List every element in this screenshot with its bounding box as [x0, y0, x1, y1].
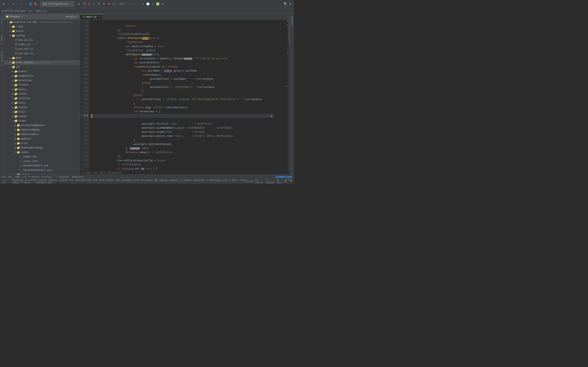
- minimap[interactable]: ▲ ▲ ▲ ▲: [274, 20, 290, 171]
- event-log-button[interactable]: 1 Event Log: [275, 176, 292, 178]
- tree-item-error[interactable]: ▶ 📁 error: [4, 141, 79, 146]
- coverage-icon[interactable]: ☂: [92, 2, 96, 6]
- tree-item-sitenv[interactable]: JS sit.env.js: [4, 51, 79, 56]
- stop-icon[interactable]: ■: [107, 2, 111, 6]
- tree-item-feedingstrategy[interactable]: ▶ 📁 feedingStrategy: [4, 146, 79, 150]
- tree-item-store[interactable]: ▶ 📁 store: [4, 101, 79, 105]
- settings-icon[interactable]: ⚙: [288, 2, 292, 6]
- gear-icon[interactable]: ⚙: [73, 15, 75, 18]
- tree-item-styles[interactable]: ▶ 📁 styles: [4, 105, 79, 110]
- add-config-button[interactable]: Add Configuration...: [40, 1, 74, 7]
- tree-item-root[interactable]: ▼ 📁 platform-vue-web ~/GitCode/animal-pl…: [4, 20, 79, 25]
- tree-item-assets[interactable]: ▶ 📁 assets: [4, 69, 79, 74]
- toolbar: ⊞ ↓ ↻ ← → 👤 🔖 Add Configuration... ▶ 🔨 🐞…: [0, 0, 294, 8]
- user-icon[interactable]: 👤: [28, 2, 33, 6]
- tree-item-src[interactable]: ▼ 📁 src: [4, 65, 79, 69]
- config-label: config: [16, 34, 25, 37]
- tree-item-build[interactable]: ▶ 📁 build: [4, 29, 79, 33]
- todo-tab[interactable]: TODO: [15, 176, 20, 178]
- bookmark-icon[interactable]: 🔖: [33, 2, 37, 6]
- git-arrow-up-icon[interactable]: ↑: [136, 2, 140, 6]
- git-block-icon[interactable]: ⊘: [161, 2, 165, 6]
- git-status: ↓ 9: Git: [2, 179, 11, 184]
- tree-item-proenv[interactable]: JS pro.env.js: [4, 47, 79, 51]
- tree-item-dist[interactable]: ▶ 📁 dist: [4, 56, 79, 60]
- tree-item-config[interactable]: ▼ 📁 config: [4, 33, 79, 38]
- arrow-icon: ▼: [11, 119, 14, 122]
- tree-item-adoptionapply[interactable]: ▶ 📁 adoptionApply: [4, 128, 79, 132]
- git-ok-icon[interactable]: ✅: [156, 2, 160, 6]
- sitenv-label: sit.env.js: [18, 52, 33, 55]
- git-check-icon[interactable]: ✓: [126, 2, 130, 6]
- tree-item-devenv[interactable]: JS dev.env.js: [4, 38, 79, 42]
- collapse-icon[interactable]: ⊟: [68, 15, 70, 18]
- tree-item-directive[interactable]: ▶ 📁 directive: [4, 78, 79, 83]
- expand-icon[interactable]: ⊞: [71, 15, 73, 18]
- arrow-icon: ▶: [14, 146, 17, 149]
- breadcrumb-file[interactable]: main.js: [36, 9, 46, 12]
- toolbar-icon-1[interactable]: ⊞: [2, 2, 6, 6]
- git-tab[interactable]: ⑨ 9: Git: [2, 175, 12, 178]
- close-panel-icon[interactable]: ×: [76, 15, 78, 18]
- tree-item-utils[interactable]: ▶ 📁 utils: [4, 110, 79, 114]
- tab-close-icon[interactable]: ×: [99, 16, 100, 18]
- database-tab[interactable]: Database: [291, 15, 294, 26]
- project-dropdown-icon[interactable]: ▼: [21, 16, 23, 18]
- code-lines[interactable]: return; }); //在完成页面加载的时候调用 router.afterE…: [90, 20, 274, 171]
- run-icon[interactable]: ▶: [77, 2, 81, 6]
- toolbar-icon-3[interactable]: ↻: [11, 2, 16, 6]
- tree-item-index[interactable]: ▼ 📁 index: [4, 150, 79, 155]
- scrollbar-thumb[interactable]: [288, 20, 290, 44]
- toolbar-icon-2[interactable]: ↓: [7, 2, 11, 6]
- profile-icon[interactable]: ⏱: [97, 2, 101, 6]
- problems-tab[interactable]: ⚠ 6: Problems: [23, 175, 39, 178]
- tree-item-vendor[interactable]: ▶ 📁 vendor: [4, 114, 79, 119]
- git-history-icon[interactable]: 🕐: [146, 2, 150, 6]
- tree-item-idea[interactable]: ▶ 📁 .idea: [4, 25, 79, 29]
- forward-icon[interactable]: →: [24, 2, 27, 6]
- tree-item-components[interactable]: ▶ 📁 components: [4, 74, 79, 78]
- tree-item-accountingrecord[interactable]: ▶ 📁 accountingRecord: [4, 123, 79, 128]
- build-icon[interactable]: 🔨: [82, 2, 86, 6]
- tree-item-mixin[interactable]: ▶ 📁 mixin: [4, 87, 79, 92]
- tree-item-layout[interactable]: ▶ 📁 layout: [4, 173, 79, 175]
- code-editor[interactable]: 91 92 93 94 95 96 97 98 99 100 101 102 1…: [80, 20, 290, 171]
- tree-item-adoptiondata[interactable]: ▶ 📁 adoptionData: [4, 132, 79, 137]
- sidebar-favorites-tab[interactable]: 2: Favorites: [0, 50, 3, 67]
- ln-92: 92: [80, 24, 88, 28]
- tree-item-indexvue[interactable]: V index.vue: [4, 155, 79, 159]
- pause-icon[interactable]: ⏸: [112, 2, 116, 6]
- git-undo-icon[interactable]: ↩: [151, 2, 155, 6]
- git-check2-icon[interactable]: ✓: [131, 2, 135, 6]
- sidebar-project-tab[interactable]: 1: Project: [0, 15, 3, 29]
- arrow-icon: ▶: [11, 75, 14, 77]
- sidebar-commit-tab[interactable]: 0: Commit: [0, 33, 3, 46]
- back-icon[interactable]: ←: [18, 2, 23, 6]
- tab-mainjs[interactable]: JS main.js ×: [80, 14, 103, 19]
- tree-item-appuser[interactable]: ▶ 📁 appUser: [4, 137, 79, 141]
- tree-item-filters[interactable]: ▶ 📁 filters: [4, 83, 79, 87]
- tree-item-style[interactable]: S style.scss: [4, 159, 79, 164]
- breadcrumb-src[interactable]: src: [28, 9, 33, 12]
- folder-icon: 📁: [17, 146, 20, 150]
- terminal-tab[interactable]: ⬛ Terminal: [55, 175, 69, 178]
- endpoints-tab[interactable]: Endpoints: [72, 176, 84, 178]
- git-merge-icon[interactable]: ⇅: [141, 2, 145, 6]
- tree-item-router[interactable]: ▶ 📁 router: [4, 92, 79, 96]
- profiler-tab[interactable]: Profiler: [42, 176, 53, 178]
- breadcrumb-root[interactable]: platform-vue-web: [2, 9, 25, 12]
- scrollbar[interactable]: [288, 20, 290, 171]
- arrow-icon: ▶: [9, 30, 12, 33]
- tree-item-userrolechart[interactable]: V UserRoleChart.vue: [4, 164, 79, 168]
- tree-item-services[interactable]: ▶ 📁 services: [4, 96, 79, 101]
- tree-item-nodemodules[interactable]: ▶ 📁 node_modules library root: [4, 60, 79, 65]
- search-icon[interactable]: 🔍: [283, 2, 287, 6]
- tree-item-indexjs[interactable]: JS index.js: [4, 42, 79, 47]
- more-run-icon[interactable]: ▼: [102, 2, 106, 6]
- tree-item-views[interactable]: ▼ 📁 views: [4, 119, 79, 123]
- arrow-icon: ▼: [9, 66, 12, 68]
- folder-icon: 📁: [17, 137, 20, 141]
- locate-icon[interactable]: ⊕: [66, 15, 68, 18]
- debug-icon[interactable]: 🐞: [87, 2, 91, 6]
- tree-item-visitcountchart[interactable]: V VisitCountChart.vue: [4, 168, 79, 173]
